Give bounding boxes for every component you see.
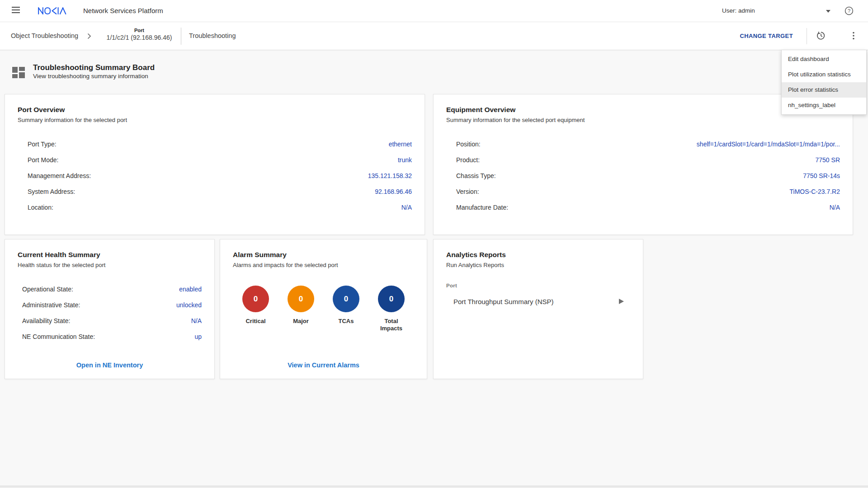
breadcrumb-target-name: 1/1/c2/1 (92.168.96.46) (103, 33, 175, 42)
menu-item-edit-dashboard[interactable]: Edit dashboard (782, 52, 866, 67)
app-title: Network Services Platform (83, 0, 163, 22)
breadcrumb-target-type: Port (103, 27, 175, 33)
alarm-count-circle: 0 (378, 286, 405, 312)
field-value: N/A (401, 204, 412, 211)
dashboard-icon (12, 66, 25, 79)
menu-item-plot-error-statistics[interactable]: Plot error statistics (782, 82, 866, 98)
port-overview-card: Port Overview Summary information for th… (5, 94, 425, 235)
hamburger-menu-icon[interactable] (12, 7, 20, 14)
report-row[interactable]: Port Throughput Summary (NSP) (446, 295, 630, 308)
field-row: Port Type:ethernet (18, 136, 412, 152)
field-label: System Address: (28, 188, 75, 195)
alarm-count-circle: 0 (242, 286, 269, 312)
current-health-summary-card: Current Health Summary Health status for… (5, 239, 215, 379)
field-list: Position:shelf=1/cardSlot=1/card=1/mdaSl… (446, 136, 840, 215)
alarm-counters: 0Critical0Major0TCAs0Total Impacts (233, 286, 414, 332)
kebab-menu-button[interactable] (849, 31, 859, 41)
field-label: Version: (456, 188, 479, 195)
toolbar-divider (807, 28, 807, 44)
page-subtitle: View troubleshooting summary information (33, 72, 155, 80)
field-value: TiMOS-C-23.7.R2 (789, 188, 840, 195)
alarm-counter-tcas: 0TCAs (332, 286, 360, 332)
field-list: Operational State:enabledAdministrative … (18, 281, 202, 344)
field-value: enabled (179, 286, 202, 293)
field-value: unlocked (176, 301, 202, 309)
history-button[interactable] (816, 31, 826, 41)
field-value: trunk (398, 156, 412, 164)
field-row: System Address:92.168.96.46 (18, 183, 412, 199)
view-in-current-alarms-link[interactable]: View in Current Alarms (220, 361, 427, 369)
field-row: Location:N/A (18, 199, 412, 215)
field-row: Version:TiMOS-C-23.7.R2 (446, 183, 840, 199)
field-value: N/A (191, 317, 202, 324)
alarm-summary-card: Alarm Summary Alarms and impacts for the… (220, 239, 427, 379)
alarm-counter-label: TCAs (339, 318, 354, 325)
field-row: Administrative State:unlocked (18, 297, 202, 313)
field-label: Port Mode: (28, 156, 58, 164)
alarm-count-circle: 0 (288, 286, 314, 312)
field-row: Management Address:135.121.158.32 (18, 168, 412, 183)
card-title: Port Overview (18, 105, 412, 114)
field-row: Port Mode:trunk (18, 152, 412, 168)
field-list: Port Type:ethernetPort Mode:trunkManagem… (18, 136, 412, 215)
alarm-counter-label: Critical (245, 318, 265, 325)
card-title: Analytics Reports (446, 250, 630, 259)
analytics-reports-card: Analytics Reports Run Analytics Reports … (433, 239, 643, 379)
breadcrumb-target: Port 1/1/c2/1 (92.168.96.46) (103, 27, 175, 42)
field-value: shelf=1/cardSlot=1/card=1/mdaSlot=1/mda=… (697, 141, 840, 148)
field-value: 7750 SR-14s (803, 172, 840, 179)
user-menu[interactable]: User: admin (722, 0, 755, 22)
change-target-button[interactable]: CHANGE TARGET (740, 22, 793, 50)
alarm-counter-major: 0Major (287, 286, 315, 332)
field-row: Manufacture Date:N/A (446, 199, 840, 215)
breadcrumb-root[interactable]: Object Troubleshooting (11, 22, 78, 50)
help-button[interactable]: ? (844, 6, 854, 16)
field-label: Location: (28, 204, 53, 211)
field-value: ethernet (389, 141, 412, 148)
alarm-counter-critical: 0Critical (242, 286, 270, 332)
field-row: Operational State:enabled (18, 281, 202, 297)
card-title: Alarm Summary (233, 250, 414, 259)
alarm-counter-label: Total Impacts (377, 318, 406, 332)
field-label: NE Communication State: (22, 333, 95, 340)
nokia-logo: NOKIA (38, 7, 67, 16)
report-name: Port Throughput Summary (NSP) (453, 298, 553, 305)
field-row: Availability State:N/A (18, 313, 202, 328)
field-label: Administrative State: (22, 301, 80, 309)
card-subtitle: Summary information for the selected por… (446, 116, 840, 124)
run-report-play-icon[interactable] (619, 299, 624, 304)
field-label: Position: (456, 141, 481, 148)
field-value: up (194, 333, 202, 340)
card-subtitle: Run Analytics Reports (446, 261, 630, 269)
alarm-count-circle: 0 (333, 286, 359, 312)
breadcrumb-toolbar: Object Troubleshooting Port 1/1/c2/1 (92… (0, 22, 868, 50)
field-value: 92.168.96.46 (375, 188, 412, 195)
top-app-bar: NOKIA Network Services Platform User: ad… (0, 0, 868, 22)
open-in-ne-inventory-link[interactable]: Open in NE Inventory (5, 361, 214, 369)
field-value: N/A (830, 204, 840, 211)
nokia-logo-text: NOKIA (67, 7, 67, 8)
field-label: Availability State: (22, 317, 70, 324)
footer-strip (0, 486, 868, 488)
chevron-right-icon (87, 33, 91, 41)
menu-item-plot-utilization-statistics[interactable]: Plot utilization statistics (782, 67, 866, 82)
menu-item-nh-settings-label[interactable]: nh_settings_label (782, 98, 866, 113)
breadcrumb-section: Troubleshooting (189, 22, 236, 50)
card-title: Current Health Summary (18, 250, 202, 259)
field-label: Management Address: (28, 172, 91, 179)
field-row: NE Communication State:up (18, 328, 202, 344)
field-label: Operational State: (22, 286, 73, 293)
field-label: Port Type: (28, 141, 57, 148)
card-subtitle: Health status for the selected port (18, 261, 202, 269)
user-menu-caret-icon[interactable] (826, 10, 830, 13)
field-row: Position:shelf=1/cardSlot=1/card=1/mdaSl… (446, 136, 840, 152)
field-value: 7750 SR (816, 156, 840, 164)
field-label: Chassis Type: (456, 172, 496, 179)
equipment-overview-card: Equipment Overview Summary information f… (433, 94, 853, 235)
field-row: Product:7750 SR (446, 152, 840, 168)
alarm-counter-label: Major (293, 318, 309, 325)
card-subtitle: Summary information for the selected por… (18, 116, 412, 124)
field-label: Product: (456, 156, 480, 164)
field-value: 135.121.158.32 (368, 172, 412, 179)
breadcrumb-divider (181, 28, 181, 45)
